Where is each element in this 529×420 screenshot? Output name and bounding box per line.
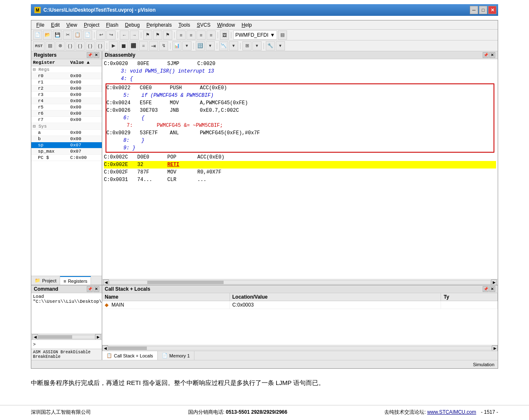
- tb-debug-btn3[interactable]: 🔢: [196, 41, 205, 50]
- command-h-scrollbar[interactable]: ◀ ▶: [31, 334, 102, 340]
- tab-callstack-locals[interactable]: 📋 Call Stack + Locals: [102, 351, 158, 360]
- command-prompt: >: [33, 342, 36, 347]
- tb-btn-b2[interactable]: ⚑: [153, 30, 162, 40]
- callstack-pin-btn[interactable]: 📌: [483, 286, 489, 292]
- menu-project[interactable]: Project: [81, 21, 103, 29]
- callstack-h-scrollbar[interactable]: ◀ ▶: [102, 345, 498, 351]
- tb-build-btn[interactable]: 🖼: [220, 30, 229, 40]
- table-row: r3 0x00: [31, 92, 102, 98]
- tb-sep4: [173, 30, 176, 40]
- tb-new-btn[interactable]: 📄: [33, 30, 42, 40]
- registers-pin-btn[interactable]: 📌: [87, 52, 93, 58]
- disasm-close-btn[interactable]: ✕: [489, 52, 495, 58]
- command-close-btn[interactable]: ✕: [93, 286, 99, 292]
- callstack-title: Call Stack + Locals: [105, 286, 150, 292]
- window-controls: ─ □ ✕: [470, 6, 496, 14]
- menu-tools[interactable]: Tools: [175, 21, 194, 29]
- tb-uncomment-btn[interactable]: ≡: [207, 30, 216, 40]
- cs-scroll-left[interactable]: ◀: [102, 345, 108, 351]
- tb-btn-t5[interactable]: { }: [86, 41, 95, 50]
- toolbar-2: RST ▤ ⊗ { } { } { } { } ▶ ⏹ ⬛ = ⇥ ↯ 📊 ▾ …: [31, 40, 498, 51]
- reg-group-sys: ⊟ Sys: [31, 123, 102, 130]
- registers-close-btn[interactable]: ✕: [93, 52, 99, 58]
- command-pin-btn[interactable]: 📌: [87, 286, 93, 292]
- tb-tools-btn2[interactable]: ▾: [252, 41, 262, 50]
- registers-header-icons: 📌 ✕: [87, 52, 99, 58]
- tb-debug-btn4[interactable]: ▾: [206, 41, 215, 50]
- tb-tools-btn1[interactable]: ⊞: [242, 41, 252, 50]
- tb-btn-b3[interactable]: ⚑: [163, 30, 172, 40]
- disasm-pin-btn[interactable]: 📌: [483, 52, 489, 58]
- tb-btn-t4[interactable]: { }: [76, 41, 85, 50]
- tab-registers[interactable]: ≡ Registers: [60, 276, 91, 285]
- forum-link[interactable]: www.STCAIMCU.com: [427, 409, 476, 415]
- tb-btn-t6[interactable]: { }: [96, 41, 105, 50]
- tb-undo-btn[interactable]: ↩: [96, 30, 106, 40]
- callstack-close-btn[interactable]: ✕: [489, 286, 495, 292]
- tb-open-btn[interactable]: 📂: [43, 30, 52, 40]
- tb-debug-btn1[interactable]: 📊: [172, 41, 181, 50]
- tb-sep3: [140, 30, 142, 40]
- menu-peripherals[interactable]: Peripherals: [143, 21, 175, 29]
- tb-outdent-btn[interactable]: ≡: [186, 30, 196, 40]
- menu-debug[interactable]: Debug: [122, 21, 143, 29]
- disasm-source-7: 7: PWMCFG45 &= ~PWM5CBIF;: [106, 122, 494, 129]
- tb-fwd-btn[interactable]: →: [130, 30, 139, 40]
- tb-btn-t1[interactable]: ▤: [45, 41, 55, 50]
- tb-btn-t2[interactable]: ⊗: [55, 41, 65, 50]
- tb-btn6[interactable]: 📄: [83, 30, 92, 40]
- tb-sep6: [230, 30, 232, 40]
- tb-wrench-drop[interactable]: ▾: [276, 41, 285, 50]
- tab-memory1[interactable]: 📄 Memory 1: [158, 351, 194, 360]
- tb-stop-btn[interactable]: ⏹: [119, 41, 128, 50]
- tb-run-btn[interactable]: ▶: [109, 41, 118, 50]
- tb-btn5[interactable]: 📋: [73, 30, 82, 40]
- disassembly-panel: Disassembly 📌 ✕ C:0x0020 80FE SJMP: [102, 51, 498, 285]
- menu-flash[interactable]: Flash: [103, 21, 121, 29]
- cs-scroll-right[interactable]: ▶: [492, 345, 498, 351]
- scroll-track[interactable]: [109, 280, 491, 284]
- minimize-button[interactable]: ─: [470, 6, 478, 14]
- cmd-scroll-track[interactable]: [38, 335, 95, 339]
- tb-run-to-btn[interactable]: ↯: [159, 41, 168, 50]
- tb-debug-btn2[interactable]: ▾: [182, 41, 191, 50]
- menu-file[interactable]: File: [33, 21, 48, 29]
- tab-project[interactable]: 📁 Project: [31, 276, 60, 285]
- command-input[interactable]: [38, 342, 100, 347]
- cmd-scroll-left[interactable]: ◀: [32, 334, 38, 340]
- tb-back-btn[interactable]: ←: [120, 30, 129, 40]
- menu-window[interactable]: Window: [214, 21, 238, 29]
- tb-list-btn[interactable]: ▤: [278, 30, 287, 40]
- tb-comment-btn[interactable]: ≡: [196, 30, 206, 40]
- disassembly-content[interactable]: C:0x0020 80FE SJMP C:0020 3: void PWM5_I…: [102, 59, 498, 279]
- menu-edit[interactable]: Edit: [48, 21, 63, 29]
- target-dropdown[interactable]: PWMFD_EFDI ▼: [233, 30, 277, 40]
- tb-btn-b1[interactable]: ⚑: [143, 30, 152, 40]
- scroll-left-btn[interactable]: ◀: [103, 279, 109, 285]
- tb-save-btn[interactable]: 💾: [53, 30, 62, 40]
- tb-redo-btn[interactable]: ↪: [106, 30, 116, 40]
- table-row: r4 0x00: [31, 98, 102, 104]
- cs-scroll-track[interactable]: [108, 346, 492, 350]
- tb-debug-btn6[interactable]: ▾: [229, 41, 238, 50]
- tb-indent-btn[interactable]: ≡: [176, 30, 186, 40]
- scroll-right-btn[interactable]: ▶: [491, 279, 497, 285]
- tb-debug-btn5[interactable]: 📉: [219, 41, 228, 50]
- tb-step-btn[interactable]: ⬛: [129, 41, 138, 50]
- registers-title: Registers: [34, 52, 57, 58]
- table-row: r2 0x00: [31, 86, 102, 92]
- table-row: r0 0x00: [31, 73, 102, 79]
- tb-btn-t3[interactable]: { }: [65, 41, 75, 50]
- close-button[interactable]: ✕: [488, 6, 496, 14]
- disasm-h-scrollbar[interactable]: ◀ ▶: [102, 279, 498, 285]
- menu-svcs[interactable]: SVCS: [194, 21, 214, 29]
- menu-view[interactable]: View: [63, 21, 81, 29]
- cmd-scroll-right[interactable]: ▶: [95, 334, 101, 340]
- maximize-button[interactable]: □: [479, 6, 487, 14]
- tb-step-over-btn[interactable]: =: [139, 41, 148, 50]
- tb-step-out-btn[interactable]: ⇥: [149, 41, 158, 50]
- menu-help[interactable]: Help: [238, 21, 255, 29]
- tb-rst-btn[interactable]: RST: [33, 41, 45, 50]
- tb-wrench-btn[interactable]: 🔧: [266, 41, 275, 50]
- tb-btn4[interactable]: ✂: [63, 30, 72, 40]
